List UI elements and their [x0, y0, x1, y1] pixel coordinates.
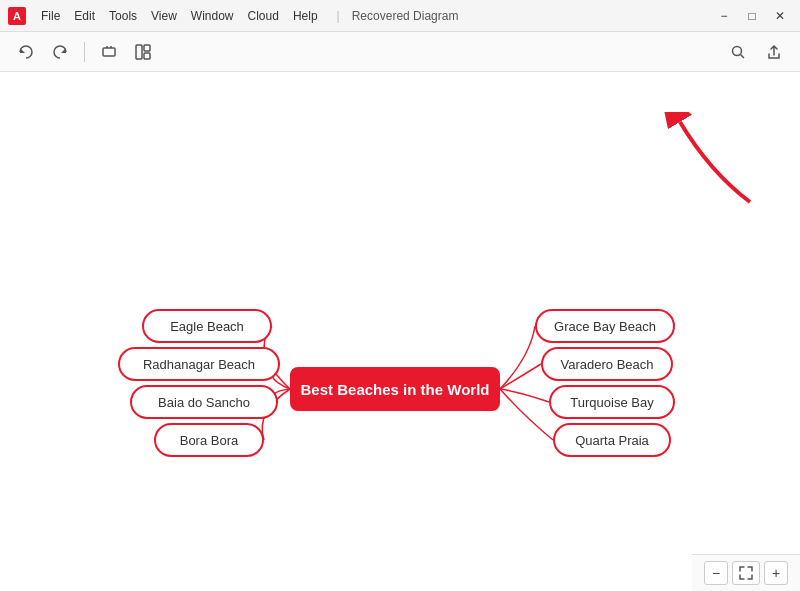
- turquoise-bay-label: Turquoise Bay: [570, 395, 653, 410]
- menu-file[interactable]: File: [34, 5, 67, 27]
- share-button[interactable]: [760, 38, 788, 66]
- window-title: Recovered Diagram: [352, 9, 459, 23]
- share-icon: [766, 44, 782, 60]
- menu-help[interactable]: Help: [286, 5, 325, 27]
- layout-icon: [135, 44, 151, 60]
- menu-tools[interactable]: Tools: [102, 5, 144, 27]
- bottombar: − +: [692, 554, 800, 591]
- mindmap-connections: [0, 72, 800, 591]
- close-button[interactable]: ✕: [768, 6, 792, 26]
- node-bora-bora[interactable]: Bora Bora: [154, 423, 264, 457]
- node-grace-bay-beach[interactable]: Grace Bay Beach: [535, 309, 675, 343]
- node-quarta-praia[interactable]: Quarta Praia: [553, 423, 671, 457]
- menu-window[interactable]: Window: [184, 5, 241, 27]
- svg-rect-3: [136, 45, 142, 59]
- node-baia-do-sancho[interactable]: Baia do Sancho: [130, 385, 278, 419]
- radhanagar-beach-label: Radhanagar Beach: [143, 357, 255, 372]
- grace-bay-beach-label: Grace Bay Beach: [554, 319, 656, 334]
- tool-icon2-button[interactable]: [129, 38, 157, 66]
- minimize-button[interactable]: −: [712, 6, 736, 26]
- search-button[interactable]: [724, 38, 752, 66]
- svg-point-6: [733, 46, 742, 55]
- center-node-label: Best Beaches in the World: [301, 381, 490, 398]
- baia-do-sancho-label: Baia do Sancho: [158, 395, 250, 410]
- redo-icon: [52, 44, 68, 60]
- svg-rect-2: [103, 48, 115, 56]
- center-node[interactable]: Best Beaches in the World: [290, 367, 500, 411]
- toolbar-separator-1: [84, 42, 85, 62]
- node-radhanagar-beach[interactable]: Radhanagar Beach: [118, 347, 280, 381]
- svg-marker-1: [61, 48, 66, 53]
- eagle-beach-label: Eagle Beach: [170, 319, 244, 334]
- tool-icon1-button[interactable]: [95, 38, 123, 66]
- menu-view[interactable]: View: [144, 5, 184, 27]
- node-turquoise-bay[interactable]: Turquoise Bay: [549, 385, 675, 419]
- menu-bar[interactable]: File Edit Tools View Window Cloud Help: [34, 5, 325, 27]
- svg-line-7: [741, 54, 745, 58]
- zoom-out-button[interactable]: −: [704, 561, 728, 585]
- menu-edit[interactable]: Edit: [67, 5, 102, 27]
- menu-cloud[interactable]: Cloud: [241, 5, 286, 27]
- search-icon: [730, 44, 746, 60]
- canvas[interactable]: Best Beaches in the World Eagle Beach Ra…: [0, 72, 800, 591]
- node-eagle-beach[interactable]: Eagle Beach: [142, 309, 272, 343]
- node-varadero-beach[interactable]: Varadero Beach: [541, 347, 673, 381]
- zoom-in-button[interactable]: +: [764, 561, 788, 585]
- bora-bora-label: Bora Bora: [180, 433, 239, 448]
- maximize-button[interactable]: □: [740, 6, 764, 26]
- svg-marker-0: [20, 48, 25, 53]
- svg-rect-4: [144, 45, 150, 51]
- fit-icon: [739, 566, 753, 580]
- title-divider: |: [333, 9, 344, 23]
- fit-page-button[interactable]: [732, 561, 760, 585]
- redo-button[interactable]: [46, 38, 74, 66]
- svg-rect-5: [144, 53, 150, 59]
- undo-icon: [18, 44, 34, 60]
- titlebar: A File Edit Tools View Window Cloud Help…: [0, 0, 800, 32]
- undo-button[interactable]: [12, 38, 40, 66]
- window-controls: − □ ✕: [712, 6, 792, 26]
- toolbar: [0, 32, 800, 72]
- varadero-beach-label: Varadero Beach: [561, 357, 654, 372]
- quarta-praia-label: Quarta Praia: [575, 433, 649, 448]
- app-logo: A: [8, 7, 26, 25]
- embed-icon: [101, 44, 117, 60]
- toolbar-right: [724, 38, 788, 66]
